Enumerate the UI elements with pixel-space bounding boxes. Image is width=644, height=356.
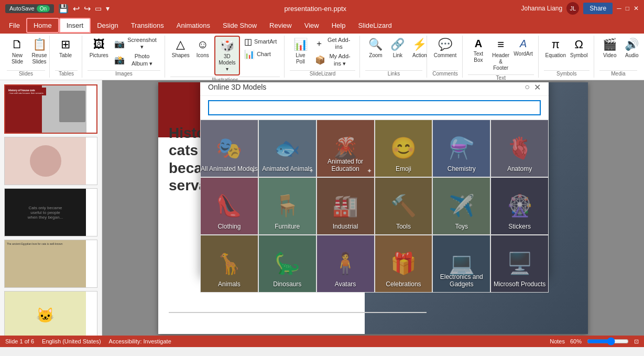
model-label-celebrations: Celebrations	[386, 281, 421, 288]
text-box-button[interactable]: A TextBox	[468, 36, 489, 66]
slide-thumb-1[interactable]: History of house cats - how wild cats be…	[4, 84, 97, 134]
model-cell-animals[interactable]: 🦒 Animals	[200, 235, 258, 293]
chart-button[interactable]: 📊 Chart	[241, 48, 280, 60]
slide-img-3: Cats only becameuseful to peoplewhen the…	[5, 189, 86, 236]
live-poll-button[interactable]: 📊 LivePoll	[290, 36, 311, 67]
reuse-slides-button[interactable]: 📋 ReuseSlides	[29, 36, 50, 67]
wordart-button[interactable]: A WordArt	[513, 36, 534, 59]
audio-button[interactable]: 🔊 Audio	[621, 36, 642, 61]
customize-icon[interactable]: ▾	[106, 4, 110, 13]
tables-group-label: Tables	[55, 70, 78, 78]
status-right: Notes 60% ⊡	[550, 337, 639, 346]
tab-review[interactable]: Review	[263, 19, 298, 32]
slide-thumb-3[interactable]: Cats only becameuseful to peoplewhen the…	[4, 188, 97, 236]
model-cell-chemistry[interactable]: ⚗️ Chemistry	[432, 120, 490, 177]
photo-album-button[interactable]: 📸 Photo Album ▾	[111, 52, 160, 68]
zoom-slider[interactable]	[587, 337, 629, 346]
filename: presentation-en.pptx	[284, 5, 346, 13]
model-cell-toys[interactable]: ✈️ Toys	[432, 177, 490, 235]
ribbon-group-media: 🎬 Video 🔊 Audio Media	[595, 36, 641, 78]
model-cell-emoji[interactable]: 😊 Emoji	[375, 120, 433, 177]
zoom-button[interactable]: 🔍 Zoom	[365, 36, 386, 61]
get-addins-icon: ＋	[315, 38, 323, 49]
tab-slideshow[interactable]: Slide Show	[216, 19, 263, 32]
slide-thumb-4[interactable]: The ancient Egyptian love for cats is we…	[4, 240, 97, 288]
header-footer-button[interactable]: ≡ Header& Footer	[490, 36, 512, 73]
model-cell-anatomy[interactable]: 🫀 Anatomy	[490, 120, 549, 177]
get-addins-label: Get Add-ins	[325, 37, 352, 50]
redo-icon[interactable]: ↪	[84, 4, 91, 14]
icons-button[interactable]: ☺ Icons	[192, 36, 213, 61]
my-addins-button[interactable]: 📦 My Add-ins ▾	[312, 52, 355, 68]
equation-button[interactable]: π Equation	[544, 36, 567, 61]
smartart-button[interactable]: ◫ SmartArt	[241, 36, 280, 48]
text-box-label: TextBox	[474, 51, 483, 63]
model-cell-animated-education[interactable]: 🌋 Animated for Education ✦	[316, 120, 375, 177]
slide-canvas: Histocats –becaserva Online 3D Models ○ …	[102, 80, 644, 336]
status-bar: Slide 1 of 6 English (United States) Acc…	[0, 336, 644, 347]
model-cell-avatars[interactable]: 🧍 Avatars	[316, 235, 375, 293]
modal-close-icon[interactable]: ✕	[534, 82, 541, 92]
table-button[interactable]: ⊞ Table	[55, 36, 76, 61]
smartart-icon: ◫	[244, 37, 252, 47]
model-cell-animated-animals[interactable]: 🐟 Animated Animals ✦	[258, 120, 316, 177]
pictures-button[interactable]: 🖼 Pictures	[88, 36, 110, 61]
3d-models-button[interactable]: 🎲 3D Models ▾	[214, 36, 240, 75]
video-button[interactable]: 🎬 Video	[599, 36, 620, 61]
get-addins-button[interactable]: ＋ Get Add-ins	[312, 36, 355, 51]
model-cell-furniture[interactable]: 🪑 Furniture	[258, 177, 316, 235]
tab-file[interactable]: File	[3, 19, 26, 32]
screenshot-button[interactable]: 📷 Screenshot ▾	[111, 36, 160, 51]
window-maximize-icon[interactable]: □	[626, 5, 629, 12]
link-button[interactable]: 🔗 Link	[387, 36, 408, 61]
slide-img-4: The ancient Egyptian love for cats is we…	[5, 240, 86, 287]
3d-models-label: 3D Models ▾	[219, 53, 236, 72]
model-grid: 🎭 All Animated Models ✦ 🐟 Animated Anima…	[200, 120, 549, 293]
slide-thumb-5[interactable]: 🐱	[4, 291, 97, 336]
tab-view[interactable]: View	[298, 19, 325, 32]
slide-thumb-2[interactable]	[4, 137, 97, 185]
slides-group-label: Slides	[7, 70, 45, 78]
slide-thumb-container-1: 1 History of house cats - how wild cats …	[4, 84, 97, 134]
model-cell-electronics[interactable]: 💻 Electronics and Gadgets	[432, 235, 490, 293]
model-search-input[interactable]	[208, 100, 541, 115]
window-minimize-icon[interactable]: ─	[617, 5, 621, 12]
symbol-button[interactable]: Ω Symbol	[569, 36, 590, 61]
tab-insert[interactable]: Insert	[59, 18, 91, 33]
ribbon-tabs: File Home Insert Design Transitions Anim…	[0, 17, 644, 34]
model-cell-celebrations[interactable]: 🎁 Celebrations	[375, 235, 433, 293]
comment-button[interactable]: 💬 Comment	[432, 36, 458, 61]
autosave-button[interactable]: AutoSave On	[5, 4, 54, 13]
present-icon[interactable]: ▭	[95, 4, 102, 13]
model-cell-stickers[interactable]: 🎡 Stickers	[490, 177, 549, 235]
tab-animations[interactable]: Animations	[170, 19, 216, 32]
model-cell-clothing[interactable]: 👠 Clothing	[200, 177, 258, 235]
undo-icon[interactable]: ↩	[73, 4, 80, 14]
tab-transitions[interactable]: Transitions	[125, 19, 170, 32]
save-icon[interactable]: 💾	[58, 4, 69, 14]
header-footer-icon: ≡	[497, 38, 504, 51]
shapes-button[interactable]: △ Shapes	[170, 36, 191, 61]
model-cell-tools[interactable]: 🔨 Tools	[375, 177, 433, 235]
model-cell-industrial[interactable]: 🏭 Industrial	[316, 177, 375, 235]
modal-minimize-icon[interactable]: ○	[525, 82, 530, 92]
model-label-electronics: Electronics and Gadgets	[433, 273, 490, 288]
tab-design[interactable]: Design	[91, 19, 124, 32]
share-button[interactable]: Share	[583, 3, 613, 14]
comment-label: Comment	[434, 52, 456, 59]
tab-help[interactable]: Help	[325, 19, 352, 32]
action-button[interactable]: ⚡ Action	[409, 36, 430, 61]
model-cell-microsoft[interactable]: 🖥️ Microsoft Products	[490, 235, 549, 293]
model-cell-dinosaurs[interactable]: 🦕 Dinosaurs	[258, 235, 316, 293]
fit-slide-icon[interactable]: ⊡	[634, 338, 639, 345]
tab-home[interactable]: Home	[26, 18, 59, 33]
model-cell-all-animated[interactable]: 🎭 All Animated Models ✦	[200, 120, 258, 177]
pictures-label: Pictures	[90, 52, 108, 59]
new-slide-button[interactable]: 🗋 NewSlide	[7, 36, 28, 67]
action-label: Action	[412, 52, 427, 59]
notes-button[interactable]: Notes	[550, 338, 565, 344]
tab-slidelizard[interactable]: SlideLizard	[352, 19, 398, 32]
model-label-animals: Animals	[218, 281, 241, 288]
window-close-icon[interactable]: ✕	[634, 5, 639, 12]
link-label: Link	[393, 52, 402, 59]
